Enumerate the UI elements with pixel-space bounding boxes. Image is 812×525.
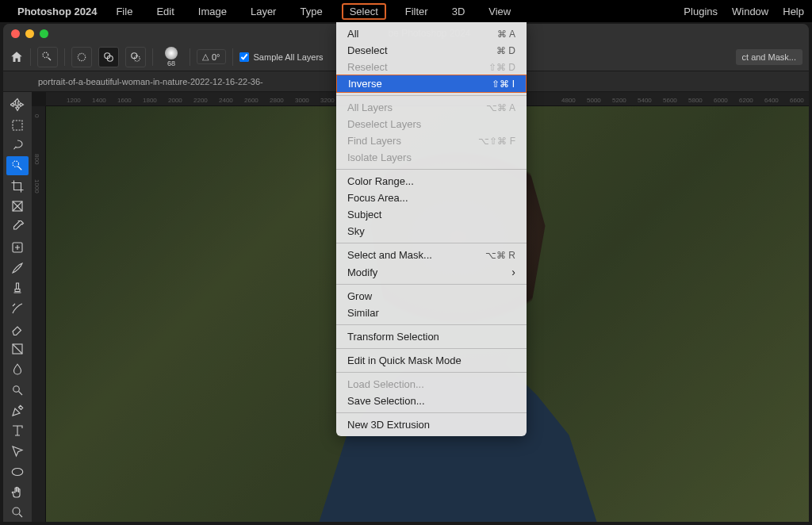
menu-divider [336, 348, 527, 349]
menu-window[interactable]: Window [732, 6, 768, 17]
subtract-selection-mode[interactable] [125, 47, 146, 67]
menu-item-color-range-[interactable]: Color Range... [336, 173, 527, 190]
macos-menubar: Photoshop 2024 FileEditImageLayerTypeSel… [0, 0, 812, 22]
menu-item-all[interactable]: All⌘ A [336, 25, 527, 42]
select-menu-dropdown: All⌘ ADeselect⌘ DReselect⇧⌘ DInverse⇧⌘ I… [336, 22, 527, 436]
tool-ellipse[interactable] [6, 462, 29, 481]
svg-point-11 [13, 386, 20, 393]
tool-dodge[interactable] [6, 381, 29, 400]
tool-move[interactable] [6, 95, 29, 114]
menu-divider [336, 412, 527, 413]
menu-item-load-selection-: Load Selection... [336, 376, 527, 393]
menu-help[interactable]: Help [783, 6, 804, 17]
menu-item-similar[interactable]: Similar [336, 305, 527, 321]
tool-quick-select[interactable] [6, 156, 29, 175]
menu-item-find-layers: Find Layers⌥⇧⌘ F [336, 132, 527, 149]
menu-item-subject[interactable]: Subject [336, 206, 527, 223]
tool-brush[interactable] [6, 259, 29, 278]
svg-point-12 [12, 468, 23, 475]
menu-item-deselect[interactable]: Deselect⌘ D [336, 42, 527, 59]
menu-item-modify[interactable]: Modify [336, 263, 527, 281]
tool-pen[interactable] [6, 401, 29, 420]
menu-3d[interactable]: 3D [447, 3, 470, 20]
tool-gradient[interactable] [6, 340, 29, 359]
tools-panel [3, 92, 32, 522]
close-window-icon[interactable] [11, 29, 20, 38]
menu-edit[interactable]: Edit [151, 3, 178, 20]
menu-divider [336, 324, 527, 325]
menu-layer[interactable]: Layer [246, 3, 282, 20]
menu-item-select-and-mask-[interactable]: Select and Mask...⌥⌘ R [336, 247, 527, 263]
menu-item-save-selection-[interactable]: Save Selection... [336, 393, 527, 409]
tool-path-select[interactable] [6, 442, 29, 461]
menu-divider [336, 243, 527, 243]
tool-frame[interactable] [6, 197, 29, 217]
svg-point-7 [13, 161, 19, 167]
menu-divider [336, 95, 527, 96]
document-tab[interactable]: portrait-of-a-beautiful-woman-in-nature-… [38, 77, 263, 86]
menu-plugins[interactable]: Plugins [684, 6, 718, 17]
menu-item-edit-in-quick-mask-mode[interactable]: Edit in Quick Mask Mode [336, 352, 527, 369]
app-name[interactable]: Photoshop 2024 [17, 6, 97, 17]
tool-marquee[interactable] [6, 116, 29, 135]
menu-item-grow[interactable]: Grow [336, 288, 527, 305]
tool-crop[interactable] [6, 177, 29, 196]
tool-preset-picker[interactable] [37, 47, 58, 67]
svg-point-0 [43, 52, 48, 58]
svg-point-13 [13, 508, 20, 515]
brush-angle-input[interactable]: △ 0° [197, 49, 226, 64]
menu-divider [336, 169, 527, 170]
new-selection-mode[interactable] [71, 47, 92, 67]
select-and-mask-button[interactable]: ct and Mask... [736, 49, 802, 65]
home-icon[interactable] [10, 50, 24, 64]
menu-item-new-3d-extrusion[interactable]: New 3D Extrusion [336, 416, 527, 433]
tool-hand[interactable] [6, 483, 29, 502]
menu-item-transform-selection[interactable]: Transform Selection [336, 328, 527, 345]
menu-type[interactable]: Type [295, 3, 327, 20]
tool-eyedropper[interactable] [6, 217, 29, 236]
menu-item-all-layers: All Layers⌥⌘ A [336, 99, 527, 116]
tool-history-brush[interactable] [6, 299, 29, 318]
svg-point-1 [78, 53, 85, 60]
tool-zoom[interactable] [6, 503, 29, 522]
menu-item-focus-area-[interactable]: Focus Area... [336, 190, 527, 206]
minimize-window-icon[interactable] [25, 29, 34, 38]
menu-image[interactable]: Image [193, 3, 232, 20]
menu-select[interactable]: Select [342, 3, 386, 20]
tool-healing[interactable] [6, 238, 29, 257]
menu-item-sky[interactable]: Sky [336, 223, 527, 240]
menu-divider [336, 284, 527, 285]
menu-file[interactable]: File [111, 3, 137, 20]
window-traffic-lights [11, 29, 48, 38]
tool-stamp[interactable] [6, 278, 29, 297]
tool-lasso[interactable] [6, 136, 29, 155]
tool-type[interactable] [6, 422, 29, 441]
menu-item-deselect-layers: Deselect Layers [336, 116, 527, 132]
brush-preset-picker[interactable]: 68 [159, 45, 183, 69]
maximize-window-icon[interactable] [40, 29, 48, 38]
menu-item-isolate-layers: Isolate Layers [336, 149, 527, 166]
add-selection-mode[interactable] [98, 47, 119, 67]
menu-filter[interactable]: Filter [400, 3, 433, 20]
menu-divider [336, 372, 527, 373]
sample-all-layers-checkbox[interactable]: Sample All Layers [239, 52, 324, 62]
menu-view[interactable]: View [484, 3, 515, 20]
menu-item-reselect: Reselect⇧⌘ D [336, 59, 527, 75]
tool-blur[interactable] [6, 360, 29, 379]
menu-item-inverse[interactable]: Inverse⇧⌘ I [336, 75, 527, 93]
tool-eraser[interactable] [6, 320, 29, 339]
svg-rect-6 [13, 121, 22, 130]
